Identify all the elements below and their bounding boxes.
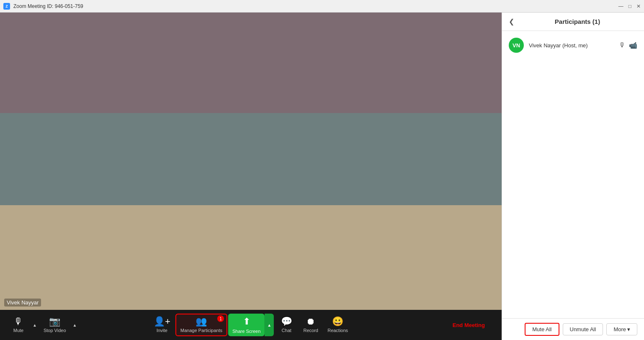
unmute-all-button[interactable]: Unmute All [563, 323, 603, 335]
manage-participants-button[interactable]: 👥 Manage Participants 1 [175, 314, 227, 336]
camera-icon: 📷 [49, 317, 60, 326]
main-content: Vivek Nayyar 🎙 Mute ▲ 📷 Stop Video ▲ [0, 13, 644, 340]
participants-badge: 1 [217, 315, 224, 322]
share-screen-group: ⬆ Share Screen ▲ [228, 314, 274, 336]
video-section-mid [0, 113, 502, 205]
participants-header: ❮ Participants (1) [502, 13, 644, 31]
participant-video-icon: 📹 [629, 41, 637, 49]
manage-participants-label: Manage Participants [180, 328, 222, 333]
participants-footer: Mute All Unmute All More ▾ [502, 318, 644, 340]
record-icon: ⏺ [306, 317, 315, 326]
share-screen-button[interactable]: ⬆ Share Screen [228, 314, 265, 336]
window-title: Zoom Meeting ID: 946-051-759 [13, 3, 83, 9]
participant-name-label: Vivek Nayyar [4, 299, 41, 307]
mute-all-button[interactable]: Mute All [525, 323, 559, 336]
reactions-label: Reactions [327, 328, 348, 333]
participants-panel: ❮ Participants (1) VN Vivek Nayyar (Host… [502, 13, 644, 340]
avatar: VN [509, 38, 524, 53]
toolbar-right: End Meeting [446, 319, 495, 331]
video-section-top [0, 13, 502, 113]
collapse-panel-button[interactable]: ❮ [509, 18, 514, 26]
title-bar-left: Z Zoom Meeting ID: 946-051-759 [3, 3, 83, 10]
video-area: Vivek Nayyar 🎙 Mute ▲ 📷 Stop Video ▲ [0, 13, 502, 340]
more-label: More [613, 326, 626, 332]
app-icon: Z [3, 3, 10, 10]
invite-label: Invite [157, 328, 167, 333]
maximize-button[interactable]: □ [629, 4, 631, 9]
title-bar: Z Zoom Meeting ID: 946-051-759 — □ ✕ [0, 0, 644, 13]
record-label: Record [303, 328, 318, 333]
more-chevron-icon: ▾ [627, 326, 630, 332]
close-button[interactable]: ✕ [636, 4, 641, 9]
more-button[interactable]: More ▾ [606, 323, 637, 335]
minimize-button[interactable]: — [618, 4, 623, 9]
mic-icon: 🎙 [14, 317, 23, 326]
share-screen-label: Share Screen [232, 329, 260, 334]
window-controls: — □ ✕ [618, 4, 641, 9]
reactions-icon: 😀 [332, 317, 343, 326]
toolbar-left: 🎙 Mute ▲ 📷 Stop Video ▲ [7, 314, 77, 335]
reactions-button[interactable]: 😀 Reactions [323, 314, 352, 335]
video-section-bot: Vivek Nayyar [0, 205, 502, 310]
toolbar: 🎙 Mute ▲ 📷 Stop Video ▲ 👤+ Invite [0, 310, 502, 340]
participants-list: VN Vivek Nayyar (Host, me) 🎙 📹 [502, 31, 644, 318]
end-meeting-button[interactable]: End Meeting [446, 319, 492, 331]
toolbar-center: 👤+ Invite 👥 Manage Participants 1 ⬆ Shar… [149, 314, 352, 336]
share-icon: ⬆ [243, 316, 250, 327]
chat-icon: 💬 [281, 317, 292, 326]
stop-video-button[interactable]: 📷 Stop Video [39, 314, 70, 335]
mute-caret[interactable]: ▲ [32, 321, 38, 329]
participants-icon: 👥 [196, 317, 207, 326]
participant-mic-icon: 🎙 [619, 41, 626, 49]
invite-icon: 👤+ [154, 317, 170, 326]
video-caret[interactable]: ▲ [72, 321, 78, 329]
participant-name: Vivek Nayyar (Host, me) [529, 42, 614, 49]
video-container: Vivek Nayyar [0, 13, 502, 310]
chat-label: Chat [282, 328, 291, 333]
invite-button[interactable]: 👤+ Invite [149, 314, 175, 335]
participant-item: VN Vivek Nayyar (Host, me) 🎙 📹 [502, 34, 644, 56]
record-button[interactable]: ⏺ Record [299, 314, 322, 335]
mute-button[interactable]: 🎙 Mute [7, 314, 30, 335]
share-caret[interactable]: ▲ [265, 314, 274, 336]
chat-button[interactable]: 💬 Chat [275, 314, 298, 335]
participant-icons: 🎙 📹 [619, 41, 637, 49]
participants-title: Participants (1) [518, 18, 637, 25]
stop-video-label: Stop Video [44, 328, 66, 333]
mute-label: Mute [13, 328, 23, 333]
